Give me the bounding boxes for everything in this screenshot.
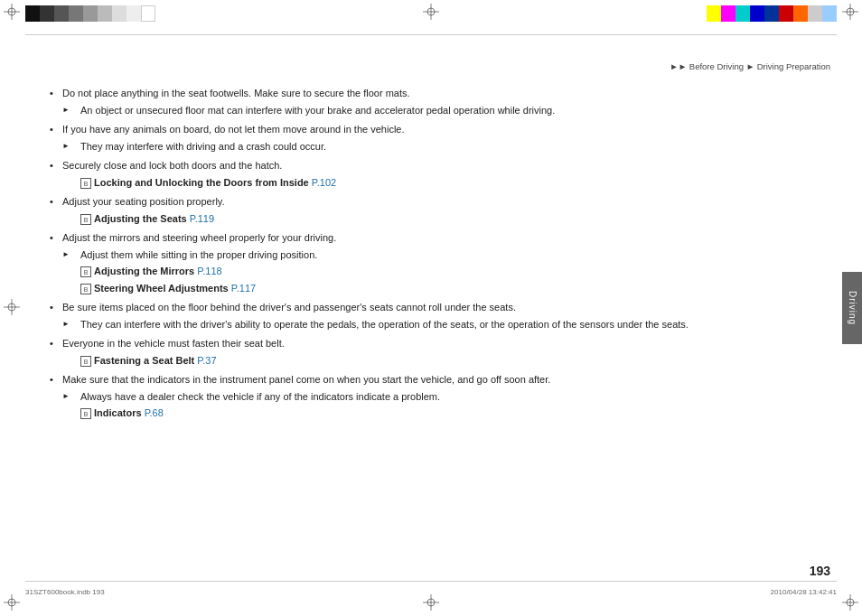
ref-link[interactable]: P.37 bbox=[197, 355, 216, 366]
ref-bold: Adjusting the Mirrors bbox=[94, 266, 194, 276]
list-item: An object or unsecured floor mat can int… bbox=[62, 103, 808, 118]
list-item: Adjust them while sitting in the proper … bbox=[62, 247, 808, 263]
bullet-list: Do not place anything in the seat footwe… bbox=[50, 86, 808, 421]
list-item: BAdjusting the Seats P.119 bbox=[62, 211, 808, 227]
list-item: Always have a dealer check the vehicle i… bbox=[62, 389, 808, 405]
list-item: If you have any animals on board, do not… bbox=[50, 122, 808, 154]
reg-mark-br bbox=[842, 594, 858, 612]
sub-text: Adjust them while sitting in the proper … bbox=[80, 249, 317, 260]
sub-list: BFastening a Seat Belt P.37 bbox=[62, 353, 808, 369]
top-rule bbox=[25, 34, 837, 35]
side-tab-label: Driving bbox=[848, 291, 857, 325]
sub-text: They can interfere with the driver's abi… bbox=[80, 319, 689, 330]
book-icon: B bbox=[80, 214, 91, 225]
list-item: Securely close and lock both doors and t… bbox=[50, 158, 808, 190]
ref-bold: Adjusting the Seats bbox=[94, 213, 187, 224]
reg-mark-tl bbox=[4, 4, 20, 22]
sub-text: Always have a dealer check the vehicle i… bbox=[80, 391, 440, 402]
main-content: Do not place anything in the seat footwe… bbox=[50, 86, 808, 566]
ref-link[interactable]: P.68 bbox=[145, 407, 164, 418]
sub-text: They may interfere with driving and a cr… bbox=[80, 141, 326, 152]
bullet-text: Do not place anything in the seat footwe… bbox=[62, 88, 410, 98]
list-item: They can interfere with the driver's abi… bbox=[62, 317, 808, 332]
list-item: Make sure that the indicators in the ins… bbox=[50, 372, 808, 421]
reg-mark-left bbox=[4, 299, 20, 317]
bullet-text: Be sure items placed on the floor behind… bbox=[62, 302, 516, 313]
list-item: Do not place anything in the seat footwe… bbox=[50, 86, 808, 117]
list-item: Adjust the mirrors and steering wheel pr… bbox=[50, 230, 808, 295]
reg-mark-tr bbox=[842, 4, 858, 22]
bullet-text: If you have any animals on board, do not… bbox=[62, 124, 405, 135]
book-icon: B bbox=[80, 284, 91, 294]
bullet-text: Everyone in the vehicle must fasten thei… bbox=[62, 338, 285, 349]
sub-list: They can interfere with the driver's abi… bbox=[62, 317, 808, 332]
bullet-text: Make sure that the indicators in the ins… bbox=[62, 374, 550, 385]
sub-list: Adjust them while sitting in the proper … bbox=[62, 247, 808, 296]
list-item: BAdjusting the Mirrors P.118 bbox=[62, 264, 808, 279]
list-item: BLocking and Unlocking the Doors from In… bbox=[62, 175, 808, 191]
reg-mark-bl bbox=[4, 594, 20, 612]
book-icon: B bbox=[80, 178, 91, 189]
book-icon: B bbox=[80, 408, 91, 419]
ref-bold: Locking and Unlocking the Doors from Ins… bbox=[94, 177, 309, 188]
bottom-rule bbox=[25, 581, 837, 582]
reg-mark-bottom bbox=[423, 594, 439, 612]
list-item: Everyone in the vehicle must fasten thei… bbox=[50, 336, 808, 368]
bullet-text: Adjust your seating position properly. bbox=[62, 196, 225, 207]
ref-link[interactable]: P.118 bbox=[197, 266, 221, 276]
list-item: BFastening a Seat Belt P.37 bbox=[62, 353, 808, 369]
color-swatches-right bbox=[707, 5, 837, 22]
sub-list: BLocking and Unlocking the Doors from In… bbox=[62, 175, 808, 191]
list-item: Adjust your seating position properly. B… bbox=[50, 194, 808, 226]
sub-list: Always have a dealer check the vehicle i… bbox=[62, 389, 808, 421]
color-swatches-left bbox=[25, 5, 155, 22]
ref-link[interactable]: P.102 bbox=[312, 177, 336, 188]
sub-text: An object or unsecured floor mat can int… bbox=[80, 105, 555, 116]
list-item: Be sure items placed on the floor behind… bbox=[50, 300, 808, 331]
footer-left: 31SZT600book.indb 193 bbox=[25, 588, 105, 596]
ref-bold: Fastening a Seat Belt bbox=[94, 355, 194, 366]
sub-list: BAdjusting the Seats P.119 bbox=[62, 211, 808, 227]
book-icon: B bbox=[80, 266, 91, 277]
sub-list: They may interfere with driving and a cr… bbox=[62, 139, 808, 154]
list-item: BSteering Wheel Adjustments P.117 bbox=[62, 281, 808, 296]
footer-right: 2010/04/28 13:42:41 bbox=[771, 588, 837, 596]
side-tab: Driving bbox=[842, 272, 862, 344]
breadcrumb: ►► Before Driving ► Driving Preparation bbox=[670, 61, 830, 71]
ref-bold: Indicators bbox=[94, 407, 142, 418]
list-item: They may interfere with driving and a cr… bbox=[62, 139, 808, 154]
ref-bold: Steering Wheel Adjustments bbox=[94, 283, 229, 294]
sub-list: An object or unsecured floor mat can int… bbox=[62, 103, 808, 118]
bullet-text: Adjust the mirrors and steering wheel pr… bbox=[62, 232, 336, 243]
reg-mark-top bbox=[423, 4, 439, 22]
page-number: 193 bbox=[810, 564, 830, 578]
bullet-text: Securely close and lock both doors and t… bbox=[62, 160, 282, 171]
list-item: BIndicators P.68 bbox=[62, 406, 808, 421]
book-icon: B bbox=[80, 356, 91, 367]
ref-link[interactable]: P.117 bbox=[231, 283, 256, 294]
ref-link[interactable]: P.119 bbox=[190, 213, 214, 224]
